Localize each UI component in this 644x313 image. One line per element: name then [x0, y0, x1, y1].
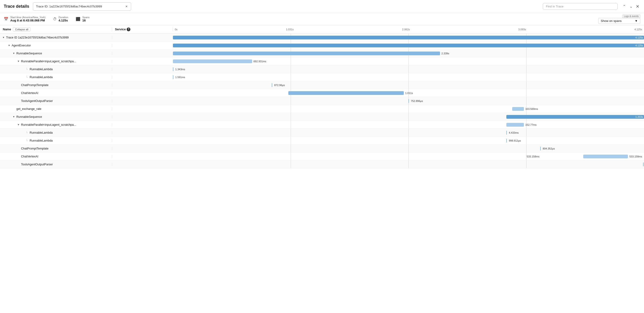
- close-panel-button[interactable]: ✕: [635, 3, 640, 10]
- name-cell: ChatPromptTemplate: [0, 147, 112, 150]
- grid-line: [291, 105, 291, 113]
- span-prefix-label: 533.158ms: [527, 155, 539, 158]
- collapse-icon[interactable]: ▼: [17, 123, 20, 126]
- name-cell: ▼RunnableSequence: [0, 115, 112, 119]
- grid-line: [526, 81, 526, 89]
- timeline-cell: 804.352µs: [173, 145, 644, 152]
- grid-line: [291, 97, 291, 105]
- indent-spacer: [2, 52, 11, 55]
- bar-container: 4.125s: [173, 41, 644, 49]
- span-name-text: RunnableLambda: [30, 131, 53, 134]
- dropdown-chevron-icon: ▼: [635, 19, 638, 23]
- table-row: ChatVertexAI1.011s: [0, 89, 644, 97]
- span-name-text: ChatVertexAI: [21, 91, 38, 95]
- clear-trace-id-button[interactable]: ×: [125, 4, 128, 9]
- grid-line: [526, 49, 526, 57]
- name-cell: get_exchange_rate: [0, 107, 112, 111]
- calendar-icon: 📅: [4, 17, 8, 21]
- indent-spacer: [2, 60, 16, 63]
- collapse-all-button[interactable]: Collapse all: [13, 27, 30, 31]
- table-row: ▼RunnableSequence2.339s: [0, 49, 644, 57]
- bar-container: 533.158ms533.158ms: [173, 153, 644, 160]
- collapse-icon[interactable]: ▼: [17, 60, 20, 62]
- logs-events-select[interactable]: Show on spans ▼: [598, 18, 640, 24]
- span-duration-label: 1.343ms: [175, 68, 185, 71]
- grid-line: [291, 160, 291, 168]
- grid-line: [408, 113, 409, 121]
- span-name-text: RunnableParallel<input,agent_scratchpa..…: [21, 60, 76, 63]
- grid-line: [408, 121, 409, 129]
- collapse-icon[interactable]: ▼: [2, 36, 5, 39]
- timeline-cell: 998.912µs: [173, 137, 644, 144]
- collapse-icon[interactable]: ▼: [8, 44, 11, 47]
- timeline-cell: 692.931ms: [173, 57, 644, 65]
- find-placeholder: Find in Trace: [546, 5, 564, 8]
- grid-line: [526, 97, 526, 105]
- span-tick: [643, 162, 644, 166]
- span-duration-label: 1.591ms: [175, 76, 185, 79]
- timeline-header: Name Collapse all Service ? 0s1.031s2.06…: [0, 25, 644, 34]
- bar-container: 692.931ms: [173, 57, 644, 65]
- find-in-trace-input[interactable]: Find in Trace: [543, 3, 618, 10]
- timeline-cell: 872.96µs: [173, 81, 644, 89]
- start-time-item: 📅 Start time (America/New_York) Aug 8 at…: [4, 16, 46, 22]
- timeline-cell: 752.896µs: [173, 97, 644, 105]
- grid-line: [526, 145, 526, 152]
- timeline-cell: 4.125s: [173, 34, 644, 41]
- tick-label: 4.125s: [634, 28, 642, 31]
- nav-up-button[interactable]: ⌃: [621, 3, 627, 9]
- span-name-text: RunnableLambda: [30, 68, 53, 71]
- tick-label: 3.093s: [518, 28, 526, 31]
- bar-container: 4.433ms: [173, 129, 644, 137]
- span-name-text: ToolsAgentOutputParser: [21, 99, 53, 103]
- name-cell: ▼RunnableParallel<input,agent_scratchpa.…: [0, 60, 112, 63]
- timeline-cell: 1.343ms: [173, 65, 644, 73]
- name-cell: ToolsAgentOutputParser: [0, 99, 112, 103]
- name-cell: ▼AgentExecutor: [0, 44, 112, 47]
- bar-container: 4.125s: [173, 34, 644, 41]
- bar-container: 804.352µs: [173, 145, 644, 152]
- span-tick: [272, 83, 272, 87]
- collapse-icon[interactable]: ▼: [12, 52, 16, 55]
- bar-container: 103.569ms: [173, 105, 644, 113]
- collapse-icon[interactable]: ▼: [12, 116, 16, 118]
- span-name-text: ToolsAgentOutputParser: [21, 163, 53, 166]
- span-duration-label: 1.011s: [405, 92, 413, 94]
- subheader: 📅 Start time (America/New_York) Aug 8 at…: [0, 13, 644, 25]
- name-cell: └RunnableLambda: [0, 68, 112, 71]
- nav-down-button[interactable]: ⌄: [628, 3, 634, 9]
- span-tick: [506, 131, 507, 135]
- table-row: ChatPromptTemplate804.352µs: [0, 145, 644, 153]
- span-duration-label: 998.912µs: [509, 139, 521, 142]
- grid-line: [526, 73, 526, 81]
- nav-arrows: ⌃ ⌄ ✕: [621, 3, 640, 10]
- grid-line: [526, 65, 526, 73]
- grid-line: [291, 137, 291, 144]
- bar-container: 1.343ms: [173, 65, 644, 73]
- table-row: ▼Trace ID 1a223e16755f19d6ac74bec4c07b39…: [0, 34, 644, 41]
- logs-events-label: Logs & events: [622, 14, 640, 18]
- bar-container: 1.203s: [173, 113, 644, 121]
- grid-line: [408, 81, 409, 89]
- page-title: Trace details: [4, 4, 29, 9]
- span-bar: [583, 155, 628, 158]
- timeline-cell: 4.125s: [173, 41, 644, 49]
- name-cell: ChatPromptTemplate: [0, 84, 112, 87]
- tree-connector: └: [26, 76, 28, 79]
- grid-line: [291, 153, 291, 160]
- span-tick: [506, 139, 507, 143]
- span-duration-label: 4.125s: [173, 44, 644, 47]
- table-row: └RunnableLambda1.343ms: [0, 65, 644, 73]
- bar-container: 872.96µs: [173, 81, 644, 89]
- trace-id-box: Trace ID: 1a223e16755f19d6ac74bec4c07b39…: [33, 2, 131, 11]
- grid-line: [291, 121, 291, 129]
- indent-spacer: [2, 84, 16, 87]
- grid-line: [291, 65, 291, 73]
- trace-id-text: Trace ID: 1a223e16755f19d6ac74bec4c07b39…: [36, 5, 123, 8]
- duration-item: ⏱ Duration 4.125s: [53, 16, 68, 22]
- grid-line: [526, 153, 526, 160]
- indent-spacer: [2, 44, 6, 47]
- indent-spacer: [2, 163, 16, 166]
- span-bar: [512, 107, 524, 111]
- service-col-label: Service: [115, 27, 126, 31]
